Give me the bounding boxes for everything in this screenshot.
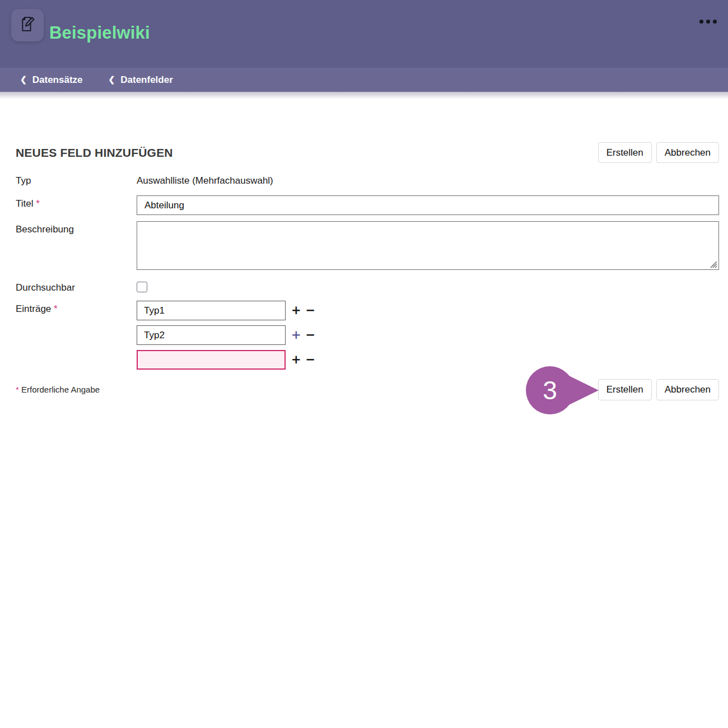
entry-input-1[interactable] [137,301,286,320]
remove-entry-button[interactable]: − [304,353,318,367]
dot-icon [699,20,703,24]
overflow-menu-button[interactable] [697,17,719,26]
label-text: Titel [16,198,34,209]
page: Beispielwiki ❮ Datensätze ❮ Datenfelder … [0,0,728,728]
label-text: Einträge [16,304,51,314]
nav-item-label: Datenfelder [120,74,173,86]
field-label-titel: Titel * [16,195,137,209]
label-text: Durchsuchbar [16,282,75,293]
top-button-group: Erstellen Abbrechen [598,142,719,163]
form-header: NEUES FELD HINZUFÜGEN Erstellen Abbreche… [16,142,719,163]
app-logo-button[interactable] [11,9,44,41]
breadcrumb-nav: ❮ Datensätze ❮ Datenfelder [0,68,728,92]
field-row-eintraege: Einträge * + − + − [16,301,719,370]
entry-row: + − [137,301,318,320]
field-value-typ: Auswahlliste (Mehrfachauswahl) [137,175,273,186]
cancel-button-bottom[interactable]: Abbrechen [656,379,719,400]
app-header: Beispielwiki [0,0,728,68]
bottom-button-group: Erstellen Abbrechen [598,379,719,400]
nav-item-datensaetze[interactable]: ❮ Datensätze [20,74,83,86]
label-text: Typ [16,175,31,186]
beschreibung-textarea[interactable] [137,221,719,270]
entry-input-2[interactable] [137,325,286,345]
form-body: Typ Auswahlliste (Mehrfachauswahl) Titel… [16,175,719,400]
titel-input[interactable] [137,195,719,215]
page-title: NEUES FELD HINZUFÜGEN [16,146,173,160]
form-footer: * Erforderliche Angabe Erstellen Abbrech… [16,379,719,400]
entry-input-3[interactable] [137,350,286,370]
nav-item-datenfelder[interactable]: ❮ Datenfelder [109,74,173,86]
app-title: Beispielwiki [49,23,150,43]
durchsuchbar-checkbox[interactable] [137,282,147,292]
field-row-durchsuchbar: Durchsuchbar [16,279,719,293]
required-asterisk: * [16,385,19,394]
dot-icon [706,20,710,24]
entry-row: + − [137,325,318,345]
main-content: NEUES FELD HINZUFÜGEN Erstellen Abbreche… [0,142,728,400]
add-entry-button[interactable]: + [289,328,304,342]
field-label-eintraege: Einträge * [16,301,137,315]
field-label-beschreibung: Beschreibung [16,221,137,235]
entries-list: + − + − + − [137,301,318,370]
remove-entry-button[interactable]: − [304,304,318,318]
nav-item-label: Datensätze [32,74,83,86]
note-edit-icon [17,13,38,37]
required-asterisk: * [54,304,58,314]
chevron-left-icon: ❮ [20,75,27,84]
chevron-left-icon: ❮ [109,75,115,84]
label-text: Beschreibung [16,224,74,235]
create-button-top[interactable]: Erstellen [598,142,652,163]
remove-entry-button[interactable]: − [304,328,318,342]
field-label-typ: Typ [16,175,137,186]
add-entry-button[interactable]: + [289,353,304,367]
field-row-typ: Typ Auswahlliste (Mehrfachauswahl) [16,175,719,186]
field-row-titel: Titel * [16,195,719,215]
field-row-beschreibung: Beschreibung [16,221,719,270]
required-asterisk: * [36,198,40,209]
dot-icon [713,20,717,24]
add-entry-button[interactable]: + [289,304,304,318]
create-button-bottom[interactable]: Erstellen [598,379,652,400]
required-note: * Erforderliche Angabe [16,385,100,394]
beschreibung-textarea-wrap [137,221,719,270]
field-label-durchsuchbar: Durchsuchbar [16,279,137,293]
cancel-button-top[interactable]: Abbrechen [656,142,719,163]
entry-row: + − [137,350,318,370]
required-note-text: Erforderliche Angabe [21,385,100,394]
